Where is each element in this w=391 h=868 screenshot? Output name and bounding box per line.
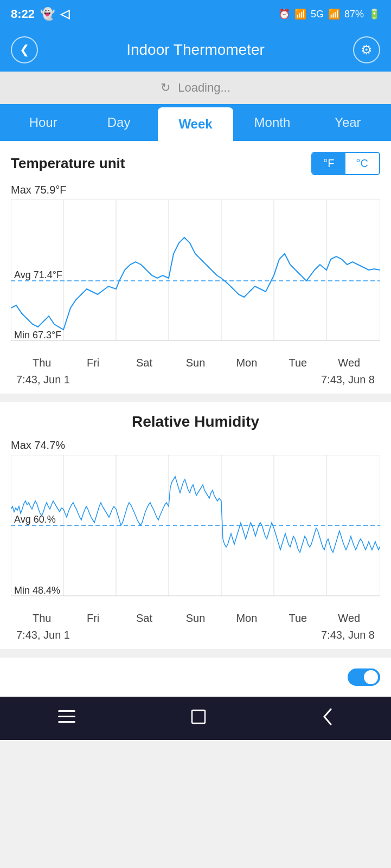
day-tue-hum: Tue [272,612,323,625]
page-title: Indoor Thermometer [126,41,265,59]
dew-point-section [0,658,391,697]
unit-toggle: °F °C [311,152,380,175]
loading-bar: ↻ Loading... [0,72,391,104]
svg-rect-27 [58,716,75,717]
day-mon-temp: Mon [221,357,272,369]
tab-year[interactable]: Year [310,104,386,141]
status-right: ⏰ 📶 5G 📶 87% 🔋 [278,8,380,20]
day-fri-temp: Fri [67,357,118,369]
settings-button[interactable]: ⚙ [353,36,380,63]
humidity-max-label: Max 74.7% [11,439,380,452]
humidity-days-row: Thu Fri Sat Sun Mon Tue Wed [11,609,380,628]
section-divider [0,394,391,402]
svg-text:Min 67.3°F: Min 67.3°F [14,330,61,340]
snapchat-icon: 👻 [40,7,55,21]
loading-text: Loading... [178,81,230,95]
temperature-title: Temperature unit [11,155,125,172]
unit-c-button[interactable]: °C [345,153,379,174]
unit-f-button[interactable]: °F [312,153,345,174]
temp-date-end: 7:43, Jun 8 [321,374,375,386]
tab-bar: Hour Day Week Month Year [0,104,391,141]
humidity-chart: Avg 60.% Min 48.4% [11,455,380,607]
loading-spinner-icon: ↻ [161,81,170,95]
back-button[interactable]: ❮ [11,36,38,63]
signal-bars-icon: 📶 [328,8,340,20]
status-bar: 8:22 👻 ◁ ⏰ 📶 5G 📶 87% 🔋 [0,0,391,28]
svg-text:Avg 60.%: Avg 60.% [14,514,56,525]
section-divider-2 [0,649,391,658]
svg-rect-26 [58,710,75,712]
wifi-icon: 📶 [294,8,306,20]
day-wed-temp: Wed [324,357,375,369]
tab-hour[interactable]: Hour [5,104,81,141]
day-fri-hum: Fri [67,612,118,625]
day-sun-temp: Sun [170,357,221,369]
svg-rect-29 [192,710,205,723]
day-mon-hum: Mon [221,612,272,625]
temp-date-start: 7:43, Jun 1 [16,374,70,386]
nav-back-button[interactable] [306,703,349,735]
svg-rect-28 [58,721,75,723]
signal-icon: ◁ [60,7,69,21]
network-label: 5G [311,9,324,20]
hum-date-end: 7:43, Jun 8 [321,629,375,641]
day-thu-temp: Thu [16,357,67,369]
back-icon: ❮ [20,43,29,57]
tab-month[interactable]: Month [234,104,310,141]
day-sun-hum: Sun [170,612,221,625]
humidity-title: Relative Humidity [11,413,380,430]
humidity-date-range: 7:43, Jun 1 7:43, Jun 8 [11,628,380,649]
day-thu-hum: Thu [16,612,67,625]
temperature-chart: Avg 71.4°F Min 67.3°F [11,200,380,351]
svg-text:Min 48.4%: Min 48.4% [14,585,60,596]
day-sat-temp: Sat [119,357,170,369]
bottom-nav [0,697,391,740]
battery-icon: 🔋 [368,8,380,20]
day-tue-temp: Tue [272,357,323,369]
humidity-section: Relative Humidity Max 74.7% Avg 60.% Min… [0,402,391,649]
temp-max-label: Max 75.9°F [11,184,380,196]
temperature-date-range: 7:43, Jun 1 7:43, Jun 8 [11,372,380,394]
temperature-days-row: Thu Fri Sat Sun Mon Tue Wed [11,353,380,372]
battery-label: 87% [344,9,364,20]
nav-menu-button[interactable] [42,704,92,732]
status-left: 8:22 👻 ◁ [11,7,69,21]
svg-text:Avg 71.4°F: Avg 71.4°F [14,269,62,280]
day-wed-hum: Wed [324,612,375,625]
top-nav: ❮ Indoor Thermometer ⚙ [0,28,391,72]
day-sat-hum: Sat [119,612,170,625]
hum-date-start: 7:43, Jun 1 [16,629,70,641]
temperature-section: Temperature unit °F °C Max 75.9°F [0,141,391,394]
temperature-header: Temperature unit °F °C [11,152,380,175]
time-display: 8:22 [11,7,35,21]
tab-week[interactable]: Week [158,107,233,141]
nav-home-button[interactable] [175,704,222,734]
dew-point-toggle[interactable] [348,668,380,686]
alarm-icon: ⏰ [278,8,290,20]
tab-day[interactable]: Day [81,104,156,141]
gear-icon: ⚙ [361,42,373,57]
